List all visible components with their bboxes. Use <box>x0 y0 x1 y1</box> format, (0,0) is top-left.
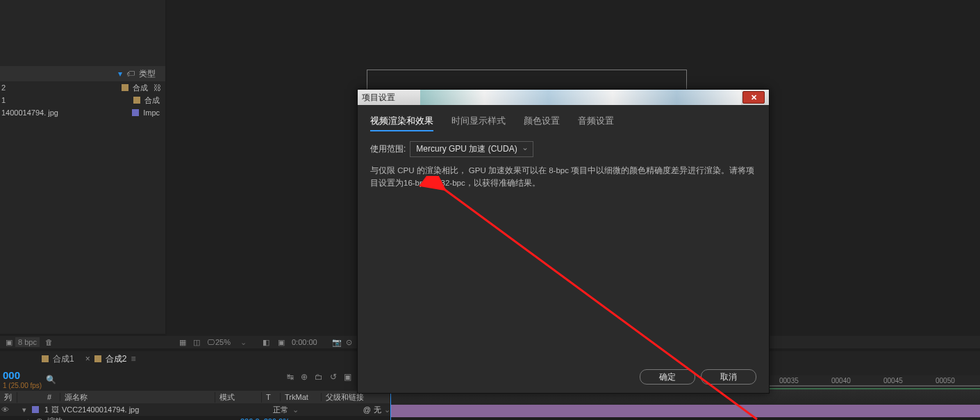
label-swatch <box>42 355 49 362</box>
tab-audio[interactable]: 音频设置 <box>578 115 614 131</box>
col-num: # <box>43 393 60 401</box>
dialog-titlebar[interactable]: 项目设置 ✕ <box>358 90 769 105</box>
property-name: 缩放 <box>47 416 63 420</box>
label-swatch <box>133 97 140 104</box>
ruler-mark: 00050 <box>936 377 955 385</box>
tab-video-render[interactable]: 视频渲染和效果 <box>370 115 433 131</box>
eye-icon[interactable]: 👁 <box>0 405 10 414</box>
fps-label: 1 (25.00 fps) <box>3 382 42 389</box>
dropdown-icon[interactable]: ▾ <box>118 69 122 79</box>
zoom-value[interactable]: 25% <box>215 338 231 346</box>
ruler-mark: 00045 <box>883 377 903 385</box>
field-label: 使用范围: <box>370 143 406 155</box>
bpc-chip[interactable]: 8 bpc <box>15 337 40 347</box>
cancel-button[interactable]: 取消 <box>701 369 756 385</box>
grid-icon[interactable]: ▦ <box>179 338 186 347</box>
ruler-mark: 00035 <box>779 377 799 385</box>
menu-icon[interactable]: ≡ <box>131 354 135 364</box>
ruler-mark: 00040 <box>831 377 851 385</box>
parent-link[interactable]: @ 无 ⌄ <box>363 405 390 415</box>
tab-label: 合成2 <box>106 353 127 365</box>
project-row[interactable]: 2 合成 ⛓ <box>0 81 165 94</box>
viewer-marquee <box>367 70 687 90</box>
project-row[interactable]: 1 合成 <box>0 94 165 106</box>
camera-icon[interactable]: 📷 <box>332 338 342 347</box>
layer-row[interactable]: 👁 ▾ 1 🖼 VCC21400014794. jpg 正常⌄ @ 无 ⌄ <box>0 403 390 416</box>
col-av: 列 <box>0 392 17 403</box>
disclosure-icon[interactable]: ▾ <box>19 405 29 414</box>
layer-bar[interactable] <box>390 405 980 417</box>
tool-icon[interactable]: 🗀 <box>315 372 323 382</box>
renderer-note: 与仅限 CPU 的渲染相比， GPU 加速效果可以在 8-bpc 项目中以细微的… <box>370 164 756 190</box>
project-row[interactable]: 1400014794. jpg Impc <box>0 106 165 119</box>
project-settings-dialog: 项目设置 ✕ 视频渲染和效果 时间显示样式 颜色设置 音频设置 使用范围: Me… <box>357 89 770 394</box>
close-icon[interactable]: × <box>85 354 90 364</box>
folder-icon[interactable]: ▣ <box>6 338 13 347</box>
blend-mode[interactable]: 正常⌄ <box>273 405 322 415</box>
renderer-field: 使用范围: Mercury GPU 加速 (CUDA) <box>370 141 756 157</box>
tab-color[interactable]: 颜色设置 <box>524 115 560 131</box>
label-swatch <box>132 109 139 116</box>
tool-icon[interactable]: ↺ <box>330 372 337 382</box>
layer-property-row[interactable]: ▸ ◷ 缩放 206.0, 206.0% <box>28 416 290 420</box>
column-type-label: 类型 <box>139 68 156 80</box>
item-name: 2 <box>0 83 122 92</box>
col-source: 源名称 <box>60 392 215 403</box>
dialog-tabs: 视频渲染和效果 时间显示样式 颜色设置 音频设置 <box>370 115 756 131</box>
region-icon[interactable]: ▣ <box>278 338 285 347</box>
stopwatch-icon[interactable]: ◷ <box>36 417 43 420</box>
ok-button[interactable]: 确定 <box>640 369 695 385</box>
image-icon: 🖼 <box>51 405 59 414</box>
property-value[interactable]: 206.0, 206.0% <box>240 417 290 421</box>
tab-label: 合成1 <box>53 353 74 365</box>
label-swatch <box>122 84 128 91</box>
tag-icon[interactable]: 🏷 <box>126 69 135 79</box>
project-panel: ▾ 🏷 类型 2 合成 ⛓ 1 合成 1400014794. jpg Impc <box>0 0 165 334</box>
dialog-footer: 确定 取消 <box>640 369 756 385</box>
preview-timecode[interactable]: 0:00:00 <box>292 338 317 346</box>
layer-index: 1 <box>42 405 51 414</box>
item-type: Impc <box>143 108 160 117</box>
layer-name: VCC21400014794. jpg <box>62 405 273 414</box>
dialog-body: 视频渲染和效果 时间显示样式 颜色设置 音频设置 使用范围: Mercury G… <box>358 105 769 200</box>
aspect-icon[interactable]: ◫ <box>193 338 200 347</box>
label-swatch <box>94 355 101 362</box>
trash-icon[interactable]: 🗑 <box>45 338 53 346</box>
timeline-tools: ↹ ⊕ 🗀 ↺ ▣ <box>287 372 351 382</box>
comp-tab[interactable]: × 合成2 ≡ <box>85 353 136 365</box>
current-time[interactable]: 000 <box>3 369 20 381</box>
chain-icon: ⛓ <box>153 83 161 92</box>
disclosure-icon[interactable]: ▸ <box>28 417 32 420</box>
tool-icon[interactable]: ▣ <box>344 372 351 382</box>
item-type: 合成 <box>144 95 160 106</box>
item-name: 1 <box>0 96 133 104</box>
target-icon[interactable]: ⊙ <box>346 338 352 347</box>
renderer-select[interactable]: Mercury GPU 加速 (CUDA) <box>410 141 533 157</box>
pickwhip-icon[interactable]: @ <box>363 405 371 414</box>
col-mode: 模式 <box>215 392 262 403</box>
label-swatch[interactable] <box>32 406 39 413</box>
close-button[interactable]: ✕ <box>742 91 765 104</box>
project-panel-header: ▾ 🏷 类型 <box>0 66 165 81</box>
mask-icon[interactable]: 🖵 <box>207 338 215 346</box>
titlebar-decoration <box>420 90 741 105</box>
tool-icon[interactable]: ⊕ <box>301 372 308 382</box>
tool-icon[interactable]: ↹ <box>287 372 294 382</box>
col-t: T <box>262 393 281 401</box>
layers-column-header: 列 # 源名称 模式 T TrkMat 父级和链接 <box>0 391 390 403</box>
chevron-down-icon[interactable]: ⌄ <box>240 338 247 347</box>
search-icon[interactable]: 🔍 <box>46 375 56 385</box>
res-icon[interactable]: ◧ <box>263 338 269 347</box>
tab-time-display[interactable]: 时间显示样式 <box>451 115 506 131</box>
item-type: 合成 <box>133 83 148 93</box>
comp-tab[interactable]: 合成1 <box>42 353 74 365</box>
col-trkmat: TrkMat <box>281 393 322 401</box>
item-name: 1400014794. jpg <box>0 108 132 117</box>
